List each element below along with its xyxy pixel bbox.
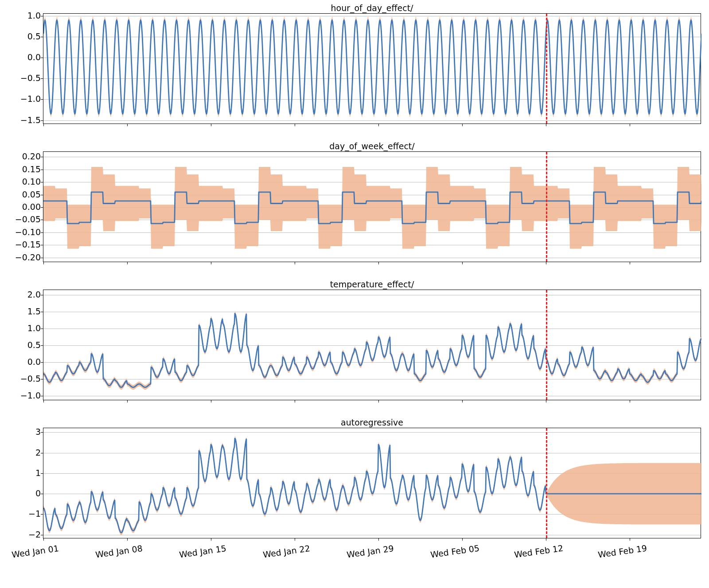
panel-ar: autoregressive <box>43 428 701 538</box>
y-tick-label: −0.20 <box>5 252 41 262</box>
panel-dow: day_of_week_effect/ <box>43 151 701 262</box>
x-tick-label: Wed Feb 12 <box>514 543 564 560</box>
y-tick-label: 0.10 <box>5 177 41 186</box>
credible-band <box>43 436 701 535</box>
panel-temp: temperature_effect/ <box>43 290 701 400</box>
y-tick-label: 3 <box>5 427 41 437</box>
cutoff-line <box>546 428 547 538</box>
y-tick-label: −0.5 <box>5 73 41 83</box>
x-tick-label: Wed Jan 29 <box>346 543 394 560</box>
x-tick-label: Wed Jan 01 <box>11 543 59 560</box>
panel-hour: hour_of_day_effect/ <box>43 13 701 124</box>
cutoff-line <box>546 290 547 400</box>
y-tick-label: 2 <box>5 448 41 457</box>
y-tick-label: 1.0 <box>5 323 41 333</box>
series-dow <box>43 152 701 263</box>
credible-band <box>43 311 701 390</box>
x-tick-label: Wed Jan 08 <box>95 543 143 560</box>
y-tick-label: −1.5 <box>5 115 41 125</box>
x-tick-label: Wed Feb 05 <box>430 543 480 560</box>
y-tick-label: 0.05 <box>5 190 41 199</box>
panel-title-dow: day_of_week_effect/ <box>43 141 701 151</box>
x-tick-label: Wed Feb 19 <box>597 543 647 560</box>
series-temp <box>43 290 701 401</box>
y-tick-label: −1.0 <box>5 94 41 104</box>
y-tick-label: 0.5 <box>5 340 41 350</box>
y-tick-label: 0.20 <box>5 151 41 161</box>
y-tick-label: −1.0 <box>5 391 41 400</box>
series-hour <box>43 14 701 124</box>
panel-title-hour: hour_of_day_effect/ <box>43 3 701 13</box>
y-tick-label: 0.00 <box>5 202 41 212</box>
y-tick-label: 0.5 <box>5 31 41 41</box>
panel-title-temp: temperature_effect/ <box>43 279 701 289</box>
figure: −1.5−1.0−0.50.00.51.0hour_of_day_effect/… <box>0 0 709 588</box>
y-tick-label: 1.5 <box>5 306 41 316</box>
panel-title-ar: autoregressive <box>43 418 701 427</box>
x-tick-label: Wed Jan 22 <box>262 543 311 560</box>
series-ar <box>43 428 701 539</box>
credible-band <box>43 167 701 249</box>
y-tick-label: −0.15 <box>5 240 41 249</box>
y-tick-label: −0.5 <box>5 374 41 383</box>
y-tick-label: −2 <box>5 530 41 539</box>
y-tick-label: 0 <box>5 488 41 498</box>
cutoff-line <box>546 14 547 124</box>
y-tick-label: 0.0 <box>5 357 41 367</box>
cutoff-line <box>546 152 547 262</box>
y-tick-label: 2.0 <box>5 290 41 299</box>
x-axis-labels: Wed Jan 01Wed Jan 08Wed Jan 15Wed Jan 22… <box>43 550 701 568</box>
y-tick-label: −0.05 <box>5 214 41 224</box>
mean-line <box>43 20 701 114</box>
y-tick-label: 1.0 <box>5 11 41 20</box>
y-tick-label: −0.10 <box>5 227 41 237</box>
y-tick-label: 0.15 <box>5 164 41 174</box>
y-tick-label: 1 <box>5 468 41 478</box>
x-tick-label: Wed Jan 15 <box>179 543 227 560</box>
y-tick-label: 0.0 <box>5 52 41 62</box>
y-tick-label: −1 <box>5 509 41 518</box>
